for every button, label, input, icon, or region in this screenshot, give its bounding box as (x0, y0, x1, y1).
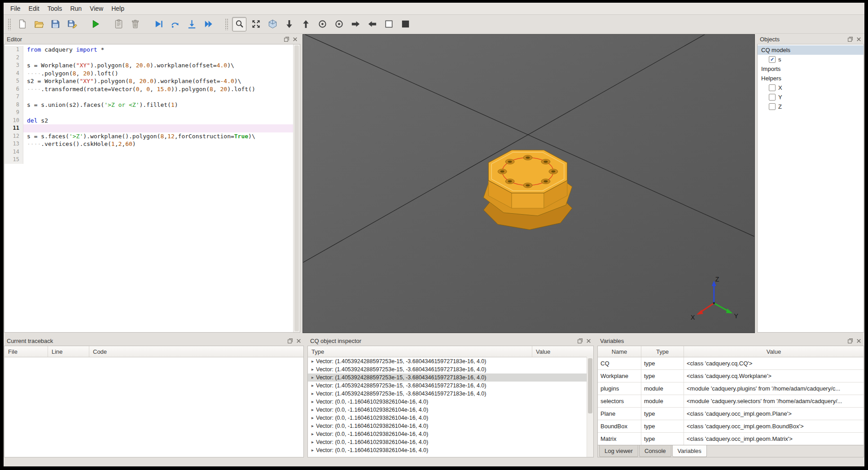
column-header-name[interactable]: Name (598, 346, 641, 357)
tree-item-x[interactable]: X (758, 83, 864, 92)
inspector-row[interactable]: ▸Vector: (1.4053924288597253e-15, -3.680… (308, 373, 587, 382)
code-editor[interactable]: 1from cadquery import *23s = Workplane("… (4, 44, 300, 333)
code-line[interactable]: 5s2 = Workplane("XY").polygon(8, 20.0).w… (4, 77, 294, 85)
inspector-row[interactable]: ▸Vector: (0.0, -1.1604610293826104e-16, … (308, 414, 587, 422)
close-panel-button[interactable] (855, 337, 863, 344)
code-line[interactable]: 1from cadquery import * (4, 46, 294, 54)
code-line[interactable]: 9 (4, 109, 294, 117)
inspector-row[interactable]: ▸Vector: (1.4053924288597253e-15, -3.680… (308, 357, 587, 365)
wireframe-button[interactable] (381, 17, 396, 31)
editor-scrollbar[interactable] (293, 44, 300, 332)
checkbox-z[interactable] (769, 103, 776, 110)
tree-group-helpers[interactable]: Helpers (758, 74, 864, 83)
inspector-row[interactable]: ▸Vector: (1.4053924288597253e-15, -3.680… (308, 365, 587, 373)
menu-tools[interactable]: Tools (44, 3, 66, 14)
expand-arrow-icon[interactable]: ▸ (308, 382, 316, 390)
close-panel-button[interactable] (855, 35, 863, 43)
iso-view-button[interactable] (265, 17, 280, 31)
menu-help[interactable]: Help (107, 3, 128, 14)
float-panel-button[interactable] (847, 337, 854, 344)
inspector-scrollbar-thumb[interactable] (588, 358, 592, 413)
code-line[interactable]: 7 (4, 93, 294, 101)
column-header-line[interactable]: Line (48, 346, 89, 357)
right-view-button[interactable] (365, 17, 379, 31)
inspector-scrollbar[interactable] (587, 357, 593, 457)
tree-item-s[interactable]: ✓s (758, 55, 864, 64)
toolbar-handle[interactable] (8, 18, 11, 30)
step-into-button[interactable] (184, 17, 199, 31)
column-header-type[interactable]: Type (308, 346, 532, 357)
inspector-row[interactable]: ▸Vector: (1.4053924288597253e-15, -3.680… (308, 382, 587, 390)
tree-item-y[interactable]: Y (758, 92, 864, 102)
tab-log-viewer[interactable]: Log viewer (599, 445, 638, 457)
checkbox-s[interactable]: ✓ (769, 56, 776, 63)
float-panel-button[interactable] (577, 337, 584, 344)
menu-run[interactable]: Run (66, 3, 86, 14)
code-line[interactable]: 12s = s.faces('>Z').workplane().polygon(… (4, 132, 294, 141)
variable-row[interactable]: Planetype<class 'cadquery.occ_impl.geom.… (598, 408, 864, 420)
rear-view-button[interactable] (332, 17, 346, 31)
open-button[interactable] (31, 17, 46, 31)
viewport-canvas[interactable]: Z X Y (303, 35, 754, 333)
column-header-file[interactable]: File (4, 346, 48, 357)
expand-arrow-icon[interactable]: ▸ (308, 365, 316, 373)
code-line[interactable]: 13····.vertices().cskHole(1,2,60) (4, 140, 294, 148)
close-panel-button[interactable] (295, 337, 302, 344)
checkbox-x[interactable] (769, 84, 776, 91)
fit-button[interactable] (232, 17, 246, 31)
menu-file[interactable]: File (6, 3, 25, 14)
expand-arrow-icon[interactable]: ▸ (308, 430, 316, 438)
toolbar-handle[interactable] (225, 18, 228, 30)
debug-button[interactable] (151, 17, 166, 31)
code-area[interactable]: 1from cadquery import *23s = Workplane("… (4, 44, 294, 332)
tab-variables[interactable]: Variables (672, 445, 707, 457)
inspector-row[interactable]: ▸Vector: (0.0, -1.1604610293826104e-16, … (308, 422, 587, 430)
continue-button[interactable] (201, 17, 215, 31)
expand-arrow-icon[interactable]: ▸ (308, 373, 316, 382)
expand-arrow-icon[interactable]: ▸ (308, 422, 316, 430)
checkbox-y[interactable] (769, 94, 776, 101)
viewport-3d[interactable]: Z X Y (302, 34, 755, 333)
tab-console[interactable]: Console (639, 445, 671, 457)
code-line[interactable]: 15 (4, 156, 294, 164)
render-button[interactable] (88, 17, 102, 31)
float-panel-button[interactable] (283, 35, 290, 43)
code-line[interactable]: 14 (4, 148, 294, 156)
tree-item-z[interactable]: Z (758, 102, 864, 111)
new-file-button[interactable] (15, 17, 29, 31)
left-view-button[interactable] (348, 17, 363, 31)
code-line[interactable]: 2 (4, 54, 294, 62)
expand-arrow-icon[interactable]: ▸ (308, 406, 316, 414)
inspector-row[interactable]: ▸Vector: (0.0, -1.1604610293826104e-16, … (308, 446, 587, 454)
expand-arrow-icon[interactable]: ▸ (308, 438, 316, 446)
column-header-value[interactable]: Value (532, 346, 593, 357)
code-line[interactable]: 8s = s.union(s2).faces('>Z or <Z').fille… (4, 101, 294, 109)
tree-group-imports[interactable]: Imports (758, 64, 864, 74)
code-line[interactable]: 10del s2 (4, 117, 294, 125)
expand-arrow-icon[interactable]: ▸ (308, 446, 316, 454)
float-panel-button[interactable] (287, 337, 294, 344)
variable-row[interactable]: Workplanetype<class 'cadquery.cq.Workpla… (598, 370, 864, 382)
variable-row[interactable]: Matrixtype<class 'cadquery.occ_impl.geom… (598, 433, 864, 445)
inspector-row[interactable]: ▸Vector: (0.0, -1.1604610293826104e-16, … (308, 406, 587, 414)
bottom-view-button[interactable] (298, 17, 313, 31)
column-header-value[interactable]: Value (684, 346, 864, 357)
inspector-row[interactable]: ▸Vector: (1.4053924288597253e-15, -3.680… (308, 390, 587, 398)
step-over-button[interactable] (168, 17, 182, 31)
editor-scrollbar-thumb[interactable] (294, 45, 299, 331)
float-panel-button[interactable] (847, 35, 854, 43)
code-line[interactable]: 6····.transformed(rotate=Vector(0, 0, 15… (4, 85, 294, 93)
code-line[interactable]: 11 (4, 124, 294, 132)
column-header-type[interactable]: Type (641, 346, 684, 357)
expand-arrow-icon[interactable]: ▸ (308, 398, 316, 406)
close-panel-button[interactable] (292, 35, 299, 43)
delete-button[interactable] (128, 17, 142, 31)
variable-row[interactable]: BoundBoxtype<class 'cadquery.occ_impl.ge… (598, 420, 864, 433)
code-line[interactable]: 4····.polygon(8, 20).loft() (4, 70, 294, 78)
expand-arrow-icon[interactable]: ▸ (308, 390, 316, 398)
save-as-button[interactable] (65, 17, 79, 31)
tree-group-cq-models[interactable]: CQ models (758, 45, 864, 55)
clipboard-button[interactable] (111, 17, 126, 31)
variable-row[interactable]: selectorsmodule<module 'cadquery.selecto… (598, 395, 864, 408)
close-panel-button[interactable] (585, 337, 592, 344)
